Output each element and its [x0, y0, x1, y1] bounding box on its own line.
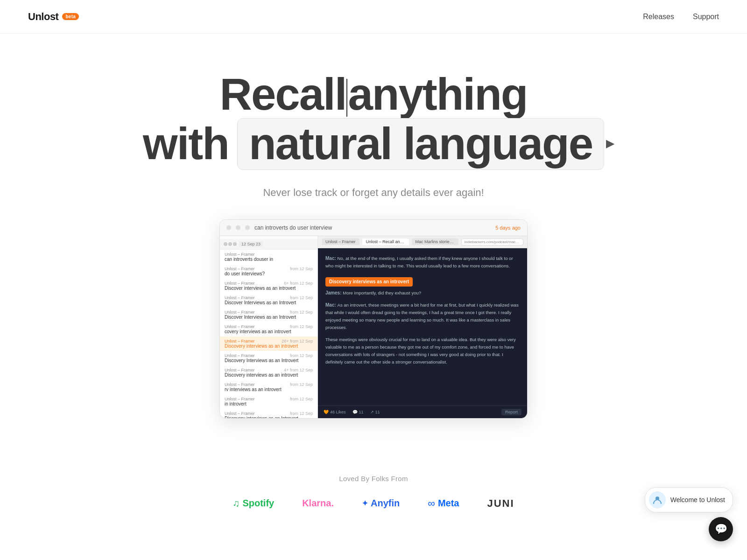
search-result-item[interactable]: Unlost – Framer 4+ from 12 Sep Discovery… [220, 365, 317, 380]
action-comments: 💬 11 [352, 410, 364, 414]
brand-juni: JUNI [487, 497, 514, 510]
natural-language-text: natural language [249, 120, 592, 168]
sri-row: Unlost – Framer [225, 252, 313, 257]
logo-text: Unlost [28, 11, 58, 23]
action-bar: 🧡 46 Likes 💬 11 ↗ 11 Report [318, 406, 527, 418]
search-result-item[interactable]: Unlost – Framer can introverts douser in [220, 250, 317, 264]
search-result-item[interactable]: Unlost – Framer from 12 Sep covery inter… [220, 322, 317, 336]
nav-releases[interactable]: Releases [643, 13, 674, 21]
report-button[interactable]: Report [501, 409, 521, 415]
url-bar: indiebackers.com/podcast/mac-marlins-sha… [461, 238, 523, 245]
action-likes: 🧡 46 Likes [324, 410, 346, 414]
right-panel: Unlost – Framer Unlost – Recall anyth...… [318, 236, 527, 418]
chat-message-3: Mac: As an introvert, these meetings wer… [325, 301, 520, 331]
search-result-item[interactable]: Unlost – Framer from 12 Sep rv interview… [220, 380, 317, 394]
toolbar-query: can introverts do user interview [254, 224, 491, 231]
mini-bar-icon-1 [224, 242, 227, 246]
juni-label: JUNI [487, 497, 514, 510]
toolbar-dot [226, 225, 231, 230]
highlight-box: Discovery interviews as an introvert [325, 277, 413, 287]
screenshot-toolbar: can introverts do user interview 5 days … [220, 220, 527, 236]
chat-message-2: James: More importantly, did they exhaus… [325, 289, 520, 297]
search-result-item[interactable]: Unlost – Framer 6+ from 12 Sep Discover … [220, 279, 317, 293]
hero-title: Recallanything with natural language ▶ [143, 71, 604, 170]
hero-title-line1: Recallanything [143, 71, 604, 118]
meta-icon: ∞ [428, 497, 435, 510]
with-text: with [143, 120, 229, 168]
chat-bubble-text: Welcome to Unlost [670, 496, 725, 504]
browser-tab-active[interactable]: Unlost – Recall anyth... [362, 238, 409, 245]
nav-links: Releases Support [643, 13, 719, 21]
toolbar-dot-2 [236, 225, 240, 230]
browser-tab-3[interactable]: Mac Marlins stories hav... [412, 238, 458, 245]
chat-bubble[interactable]: Welcome to Unlost [645, 487, 733, 512]
toolbar-dot-3 [245, 225, 250, 230]
browser-tab[interactable]: Unlost – Framer [322, 238, 359, 245]
natural-language-box: natural language ▶ [237, 118, 604, 170]
screenshot-container: can introverts do user interview 5 days … [219, 219, 528, 419]
comment-icon: 💬 [352, 410, 358, 414]
share-icon: ↗ [370, 410, 374, 414]
anyfin-label: Anyfin [371, 498, 400, 509]
cursor-arrow: ▶ [606, 139, 613, 149]
brand-klarna: Klarna. [302, 498, 334, 509]
spotify-icon: ♫ [233, 498, 240, 509]
chat-widget: Welcome to Unlost 💬 [645, 487, 733, 541]
heart-icon: 🧡 [324, 410, 329, 414]
screenshot-body: 12 Sep 23 Unlost – Framer can introverts… [220, 236, 527, 418]
mini-browser-bar: 12 Sep 23 [220, 239, 317, 250]
brand-anyfin: ✦ Anyfin [362, 498, 400, 509]
anyfin-icon: ✦ [362, 499, 368, 508]
chat-open-button[interactable]: 💬 [709, 517, 733, 541]
right-browser-bar: Unlost – Framer Unlost – Recall anyth...… [318, 236, 527, 248]
recall-text: Recall [220, 69, 346, 119]
anything-text: anything [348, 69, 527, 119]
hero-subtitle: Never lose track or forget any details e… [263, 187, 484, 199]
loved-by-section: Loved By Folks From ♫ Spotify Klarna. ✦ … [0, 447, 747, 528]
hero-title-line2: with natural language ▶ [143, 118, 604, 170]
beta-badge: beta [62, 13, 79, 20]
search-result-item[interactable]: Unlost – Framer from 12 Sep Discover Int… [220, 293, 317, 308]
right-content: Mac: No, at the end of the meeting, I us… [318, 248, 527, 406]
search-result-item[interactable]: Unlost – Framer from 12 Sep Discovery in… [220, 409, 317, 418]
search-result-item[interactable]: Unlost – Framer from 12 Sep in introvert [220, 394, 317, 409]
brand-meta: ∞ Meta [428, 497, 459, 510]
hero-section: Recallanything with natural language ▶ N… [0, 34, 747, 447]
search-result-item[interactable]: Unlost – Framer from 12 Sep Discover Int… [220, 308, 317, 322]
search-results-list: Unlost – Framer can introverts douser in… [220, 250, 317, 418]
search-result-item-highlighted[interactable]: Unlost – Framer 26+ from 12 Sep Discover… [220, 336, 317, 351]
nav-support[interactable]: Support [693, 13, 719, 21]
brand-logo-row: ♫ Spotify Klarna. ✦ Anyfin ∞ Meta JUNI [0, 497, 747, 510]
chat-avatar [649, 491, 666, 508]
search-result-item[interactable]: Unlost – Framer from 12 Sep Discovery In… [220, 351, 317, 365]
loved-by-title: Loved By Folks From [0, 475, 747, 483]
mini-date-btn[interactable]: 12 Sep 23 [239, 241, 263, 247]
action-shares: ↗ 11 [370, 410, 380, 414]
toolbar-date: 5 days ago [495, 225, 521, 231]
mini-bar-icon-3 [233, 242, 237, 246]
search-result-item[interactable]: Unlost – Framer from 12 Sep do user inte… [220, 264, 317, 279]
spotify-label: Spotify [242, 498, 274, 509]
klarna-label: Klarna. [302, 498, 334, 509]
mini-bar-icon-2 [228, 242, 232, 246]
navbar: Unlost beta Releases Support [0, 0, 747, 34]
chat-message-4: These meetings were obviously crucial fo… [325, 336, 520, 366]
chat-message-1: Mac: No, at the end of the meeting, I us… [325, 255, 520, 270]
meta-label: Meta [438, 498, 459, 509]
brand-spotify: ♫ Spotify [233, 498, 274, 509]
logo-area: Unlost beta [28, 11, 79, 23]
left-panel: 12 Sep 23 Unlost – Framer can introverts… [220, 236, 318, 418]
mini-bar-icons [224, 242, 237, 246]
chat-icon: 💬 [715, 523, 727, 535]
